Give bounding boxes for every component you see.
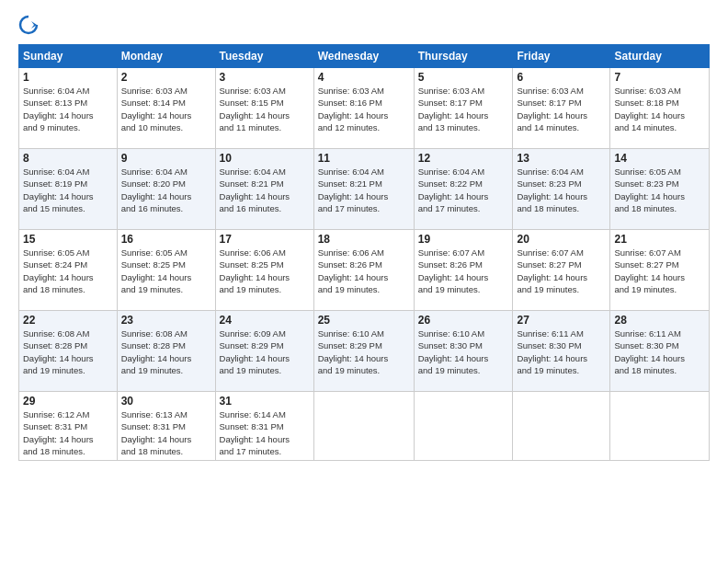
calendar-cell: 3 Sunrise: 6:03 AMSunset: 8:15 PMDayligh… bbox=[215, 68, 313, 149]
day-number: 7 bbox=[614, 71, 705, 84]
day-number: 19 bbox=[418, 233, 509, 246]
weekday-header-wednesday: Wednesday bbox=[313, 45, 414, 68]
calendar-cell: 16 Sunrise: 6:05 AMSunset: 8:25 PMDaylig… bbox=[117, 230, 215, 311]
day-number: 15 bbox=[23, 233, 113, 246]
calendar-cell: 24 Sunrise: 6:09 AMSunset: 8:29 PMDaylig… bbox=[215, 311, 313, 392]
day-number: 2 bbox=[121, 71, 211, 84]
day-number: 25 bbox=[318, 314, 410, 327]
header bbox=[18, 15, 710, 35]
day-number: 4 bbox=[318, 71, 410, 84]
day-number: 21 bbox=[614, 233, 705, 246]
day-info: Sunrise: 6:04 AMSunset: 8:19 PMDaylight:… bbox=[23, 167, 94, 213]
day-number: 6 bbox=[517, 71, 606, 84]
day-info: Sunrise: 6:03 AMSunset: 8:17 PMDaylight:… bbox=[418, 86, 489, 132]
day-number: 27 bbox=[517, 314, 606, 327]
day-info: Sunrise: 6:05 AMSunset: 8:25 PMDaylight:… bbox=[121, 247, 192, 294]
day-info: Sunrise: 6:04 AMSunset: 8:23 PMDaylight:… bbox=[517, 167, 587, 213]
day-info: Sunrise: 6:10 AMSunset: 8:30 PMDaylight:… bbox=[418, 328, 489, 375]
day-number: 17 bbox=[220, 233, 310, 246]
calendar-cell: 20 Sunrise: 6:07 AMSunset: 8:27 PMDaylig… bbox=[513, 230, 610, 311]
calendar-cell: 6 Sunrise: 6:03 AMSunset: 8:17 PMDayligh… bbox=[513, 68, 610, 149]
day-info: Sunrise: 6:04 AMSunset: 8:13 PMDaylight:… bbox=[23, 86, 94, 132]
day-info: Sunrise: 6:04 AMSunset: 8:21 PMDaylight:… bbox=[220, 167, 290, 213]
day-info: Sunrise: 6:05 AMSunset: 8:24 PMDaylight:… bbox=[23, 247, 94, 294]
day-info: Sunrise: 6:07 AMSunset: 8:27 PMDaylight:… bbox=[517, 247, 587, 294]
day-number: 9 bbox=[121, 152, 211, 165]
day-info: Sunrise: 6:03 AMSunset: 8:18 PMDaylight:… bbox=[614, 86, 685, 132]
weekday-header-row: SundayMondayTuesdayWednesdayThursdayFrid… bbox=[19, 45, 710, 68]
calendar-cell: 7 Sunrise: 6:03 AMSunset: 8:18 PMDayligh… bbox=[610, 68, 710, 149]
calendar-cell: 2 Sunrise: 6:03 AMSunset: 8:14 PMDayligh… bbox=[117, 68, 215, 149]
calendar-cell: 5 Sunrise: 6:03 AMSunset: 8:17 PMDayligh… bbox=[414, 68, 513, 149]
calendar-cell: 30 Sunrise: 6:13 AMSunset: 8:31 PMDaylig… bbox=[117, 392, 215, 461]
calendar-cell: 27 Sunrise: 6:11 AMSunset: 8:30 PMDaylig… bbox=[513, 311, 610, 392]
day-info: Sunrise: 6:09 AMSunset: 8:29 PMDaylight:… bbox=[220, 328, 290, 375]
calendar-cell: 9 Sunrise: 6:04 AMSunset: 8:20 PMDayligh… bbox=[117, 149, 215, 230]
calendar-cell: 22 Sunrise: 6:08 AMSunset: 8:28 PMDaylig… bbox=[19, 311, 118, 392]
calendar-cell: 1 Sunrise: 6:04 AMSunset: 8:13 PMDayligh… bbox=[19, 68, 118, 149]
calendar-cell bbox=[513, 392, 610, 461]
week-row-4: 22 Sunrise: 6:08 AMSunset: 8:28 PMDaylig… bbox=[19, 311, 710, 392]
calendar-cell: 25 Sunrise: 6:10 AMSunset: 8:29 PMDaylig… bbox=[313, 311, 414, 392]
calendar-cell: 17 Sunrise: 6:06 AMSunset: 8:25 PMDaylig… bbox=[215, 230, 313, 311]
weekday-header-monday: Monday bbox=[117, 45, 215, 68]
day-number: 24 bbox=[220, 314, 310, 327]
calendar-cell: 26 Sunrise: 6:10 AMSunset: 8:30 PMDaylig… bbox=[414, 311, 513, 392]
week-row-3: 15 Sunrise: 6:05 AMSunset: 8:24 PMDaylig… bbox=[19, 230, 710, 311]
calendar-cell: 29 Sunrise: 6:12 AMSunset: 8:31 PMDaylig… bbox=[19, 392, 118, 461]
day-info: Sunrise: 6:04 AMSunset: 8:22 PMDaylight:… bbox=[418, 167, 489, 213]
logo-icon bbox=[18, 15, 39, 35]
day-info: Sunrise: 6:03 AMSunset: 8:16 PMDaylight:… bbox=[318, 86, 389, 132]
day-number: 20 bbox=[517, 233, 606, 246]
day-info: Sunrise: 6:03 AMSunset: 8:17 PMDaylight:… bbox=[517, 86, 587, 132]
day-info: Sunrise: 6:08 AMSunset: 8:28 PMDaylight:… bbox=[121, 328, 192, 375]
day-number: 26 bbox=[418, 314, 509, 327]
day-number: 11 bbox=[318, 152, 410, 165]
day-number: 28 bbox=[614, 314, 705, 327]
weekday-header-thursday: Thursday bbox=[414, 45, 513, 68]
day-number: 13 bbox=[517, 152, 606, 165]
day-info: Sunrise: 6:04 AMSunset: 8:21 PMDaylight:… bbox=[318, 167, 389, 213]
day-number: 5 bbox=[418, 71, 509, 84]
weekday-header-friday: Friday bbox=[513, 45, 610, 68]
day-info: Sunrise: 6:03 AMSunset: 8:14 PMDaylight:… bbox=[121, 86, 192, 132]
day-number: 18 bbox=[318, 233, 410, 246]
calendar-cell: 21 Sunrise: 6:07 AMSunset: 8:27 PMDaylig… bbox=[610, 230, 710, 311]
day-number: 1 bbox=[23, 71, 113, 84]
day-info: Sunrise: 6:08 AMSunset: 8:28 PMDaylight:… bbox=[23, 328, 94, 375]
day-info: Sunrise: 6:12 AMSunset: 8:31 PMDaylight:… bbox=[23, 409, 94, 456]
day-info: Sunrise: 6:06 AMSunset: 8:26 PMDaylight:… bbox=[318, 247, 389, 294]
calendar-cell bbox=[313, 392, 414, 461]
day-number: 16 bbox=[121, 233, 211, 246]
calendar-cell bbox=[414, 392, 513, 461]
day-number: 8 bbox=[23, 152, 113, 165]
calendar-cell: 23 Sunrise: 6:08 AMSunset: 8:28 PMDaylig… bbox=[117, 311, 215, 392]
calendar-cell: 11 Sunrise: 6:04 AMSunset: 8:21 PMDaylig… bbox=[313, 149, 414, 230]
day-number: 29 bbox=[23, 395, 113, 408]
calendar-table: SundayMondayTuesdayWednesdayThursdayFrid… bbox=[18, 44, 710, 461]
day-number: 12 bbox=[418, 152, 509, 165]
calendar-cell: 19 Sunrise: 6:07 AMSunset: 8:26 PMDaylig… bbox=[414, 230, 513, 311]
day-info: Sunrise: 6:05 AMSunset: 8:23 PMDaylight:… bbox=[614, 167, 685, 213]
day-number: 3 bbox=[220, 71, 310, 84]
week-row-2: 8 Sunrise: 6:04 AMSunset: 8:19 PMDayligh… bbox=[19, 149, 710, 230]
calendar-cell: 10 Sunrise: 6:04 AMSunset: 8:21 PMDaylig… bbox=[215, 149, 313, 230]
day-info: Sunrise: 6:11 AMSunset: 8:30 PMDaylight:… bbox=[614, 328, 685, 375]
calendar-cell: 15 Sunrise: 6:05 AMSunset: 8:24 PMDaylig… bbox=[19, 230, 118, 311]
day-info: Sunrise: 6:04 AMSunset: 8:20 PMDaylight:… bbox=[121, 167, 192, 213]
page: SundayMondayTuesdayWednesdayThursdayFrid… bbox=[0, 0, 728, 563]
calendar-cell: 4 Sunrise: 6:03 AMSunset: 8:16 PMDayligh… bbox=[313, 68, 414, 149]
day-info: Sunrise: 6:13 AMSunset: 8:31 PMDaylight:… bbox=[121, 409, 192, 456]
day-number: 31 bbox=[220, 395, 310, 408]
calendar-cell: 28 Sunrise: 6:11 AMSunset: 8:30 PMDaylig… bbox=[610, 311, 710, 392]
day-number: 14 bbox=[614, 152, 705, 165]
calendar-cell: 31 Sunrise: 6:14 AMSunset: 8:31 PMDaylig… bbox=[215, 392, 313, 461]
day-info: Sunrise: 6:06 AMSunset: 8:25 PMDaylight:… bbox=[220, 247, 290, 294]
calendar-cell: 12 Sunrise: 6:04 AMSunset: 8:22 PMDaylig… bbox=[414, 149, 513, 230]
calendar-cell: 14 Sunrise: 6:05 AMSunset: 8:23 PMDaylig… bbox=[610, 149, 710, 230]
day-info: Sunrise: 6:07 AMSunset: 8:26 PMDaylight:… bbox=[418, 247, 489, 294]
week-row-1: 1 Sunrise: 6:04 AMSunset: 8:13 PMDayligh… bbox=[19, 68, 710, 149]
calendar-cell bbox=[610, 392, 710, 461]
weekday-header-tuesday: Tuesday bbox=[215, 45, 313, 68]
day-info: Sunrise: 6:07 AMSunset: 8:27 PMDaylight:… bbox=[614, 247, 685, 294]
